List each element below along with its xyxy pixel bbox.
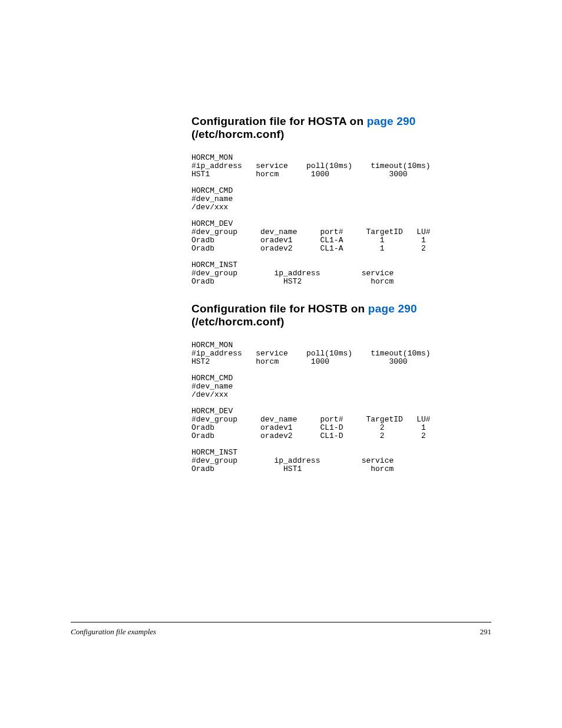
- code-block-hostb: HORCM_MON #ip_address service poll(10ms)…: [191, 341, 491, 473]
- document-page: Configuration file for HOSTA on page 290…: [0, 0, 562, 728]
- heading-text-post: (/etc/horcm.conf): [191, 315, 285, 328]
- heading-text-pre: Configuration file for HOSTB on: [191, 302, 368, 315]
- heading-text-pre: Configuration file for HOSTA on: [191, 115, 367, 127]
- heading-link[interactable]: page 290: [367, 115, 416, 127]
- section-hostb: Configuration file for HOSTB on page 290…: [191, 302, 491, 473]
- code-block-hosta: HORCM_MON #ip_address service poll(10ms)…: [191, 154, 491, 286]
- heading-link[interactable]: page 290: [368, 302, 417, 315]
- heading-hostb: Configuration file for HOSTB on page 290…: [191, 302, 491, 328]
- footer-page-number: 291: [480, 627, 492, 637]
- page-footer: Configuration file examples 291: [71, 622, 491, 637]
- heading-text-post: (/etc/horcm.conf): [191, 128, 285, 140]
- section-hosta: Configuration file for HOSTA on page 290…: [191, 115, 491, 286]
- footer-title: Configuration file examples: [71, 627, 156, 637]
- heading-hosta: Configuration file for HOSTA on page 290…: [191, 115, 491, 141]
